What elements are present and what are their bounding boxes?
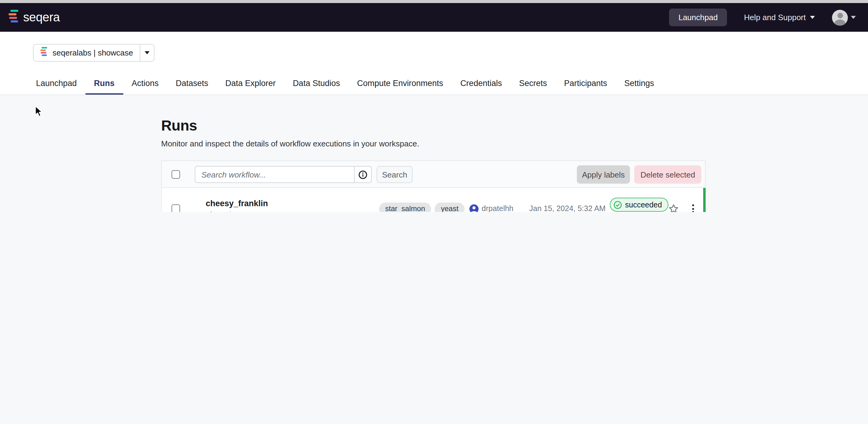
- window-top-edge: [0, 0, 868, 3]
- search-button[interactable]: Search: [377, 166, 413, 183]
- workspace-tabs: Launchpad Runs Actions Datasets Data Exp…: [28, 72, 662, 95]
- check-circle-icon: [614, 200, 622, 209]
- run-labels: star_salmonyeast: [379, 188, 465, 212]
- tab-label: Launchpad: [36, 79, 77, 88]
- tab-secrets[interactable]: Secrets: [510, 72, 556, 95]
- run-label-pill: yeast: [435, 202, 465, 212]
- user-menu[interactable]: [832, 9, 856, 25]
- mouse-cursor: [35, 105, 43, 120]
- workspace-logo-icon: [40, 47, 48, 59]
- run-user-name: drpatelhh: [482, 204, 513, 212]
- help-and-support-menu[interactable]: Help and Support: [744, 13, 815, 22]
- top-navbar: seqera Launchpad Help and Support: [0, 3, 868, 32]
- tab-datasets[interactable]: Datasets: [167, 72, 217, 95]
- apply-labels-button[interactable]: Apply labels: [577, 165, 630, 184]
- run-name[interactable]: cheesy_franklin: [206, 199, 268, 208]
- navbar-right-cluster: Launchpad Help and Support: [669, 8, 856, 26]
- search-group: [195, 166, 372, 183]
- kebab-icon: [692, 204, 694, 206]
- user-avatar-icon: [469, 204, 478, 212]
- workspace-selector-caret[interactable]: [140, 44, 154, 61]
- status-accent-bar: [703, 188, 706, 212]
- tab-launchpad[interactable]: Launchpad: [28, 72, 86, 95]
- tab-runs[interactable]: Runs: [86, 72, 123, 95]
- page-subtitle: Monitor and inspect the details of workf…: [161, 139, 419, 148]
- run-row[interactable]: cheesy_franklin nf-core/rnaseq star_salm…: [162, 188, 705, 212]
- chevron-down-icon: [145, 51, 150, 54]
- seqera-platform-window: seqera Launchpad Help and Support: [0, 0, 868, 212]
- tab-label: Data Explorer: [225, 79, 276, 88]
- page-title: Runs: [161, 117, 197, 134]
- tab-credentials[interactable]: Credentials: [452, 72, 510, 95]
- workspace-selector-label: seqeralabs | showcase: [53, 48, 133, 57]
- tab-settings[interactable]: Settings: [616, 72, 662, 95]
- workspace-selector-main: seqeralabs | showcase: [34, 44, 140, 61]
- delete-selected-button[interactable]: Delete selected: [634, 165, 701, 184]
- tab-label: Secrets: [519, 79, 547, 88]
- info-icon: [358, 170, 368, 179]
- launchpad-button[interactable]: Launchpad: [669, 8, 727, 26]
- tab-label: Runs: [94, 79, 115, 88]
- seqera-logo[interactable]: seqera: [8, 10, 60, 25]
- avatar: [832, 9, 848, 25]
- runs-toolbar: Search Apply labels Delete selected: [161, 160, 706, 188]
- row-menu-button[interactable]: [687, 188, 699, 212]
- run-label-pill: star_salmon: [379, 202, 431, 212]
- tab-label: Data Studios: [293, 79, 340, 88]
- tab-label: Settings: [624, 79, 654, 88]
- runs-table: Search Apply labels Delete selected chee…: [161, 160, 706, 212]
- chevron-down-icon: [810, 16, 815, 19]
- tab-label: Participants: [564, 79, 607, 88]
- star-button[interactable]: [669, 188, 679, 212]
- workspace-header: seqeralabs | showcase Launchpad Runs Act…: [0, 32, 868, 95]
- help-and-support-label: Help and Support: [744, 13, 806, 22]
- tab-data-studios[interactable]: Data Studios: [284, 72, 348, 95]
- status-badge: succeeded: [610, 198, 669, 212]
- main-content: Runs Monitor and inspect the details of …: [0, 95, 868, 212]
- tab-label: Compute Environments: [357, 79, 443, 88]
- select-all-checkbox[interactable]: [172, 170, 180, 179]
- tab-actions[interactable]: Actions: [123, 72, 167, 95]
- tab-label: Credentials: [460, 79, 502, 88]
- tab-compute-environments[interactable]: Compute Environments: [348, 72, 452, 95]
- tab-label: Datasets: [176, 79, 209, 88]
- search-info-button[interactable]: [354, 166, 372, 183]
- star-icon: [669, 203, 679, 212]
- tab-participants[interactable]: Participants: [555, 72, 616, 95]
- workspace-selector[interactable]: seqeralabs | showcase: [33, 44, 154, 62]
- brand-wordmark: seqera: [23, 10, 60, 24]
- chevron-down-icon: [851, 16, 856, 19]
- run-project: nf-core/rnaseq: [206, 210, 268, 212]
- search-input[interactable]: [195, 166, 355, 183]
- tab-data-explorer[interactable]: Data Explorer: [217, 72, 284, 95]
- row-checkbox[interactable]: [172, 204, 180, 212]
- run-user: drpatelhh: [469, 188, 513, 212]
- runs-list: cheesy_franklin nf-core/rnaseq star_salm…: [161, 188, 706, 212]
- seqera-logo-icon: [8, 10, 19, 25]
- status-label: succeeded: [625, 200, 662, 209]
- tab-label: Actions: [131, 79, 159, 88]
- run-date: Jan 15, 2024, 5:32 AM: [529, 188, 606, 212]
